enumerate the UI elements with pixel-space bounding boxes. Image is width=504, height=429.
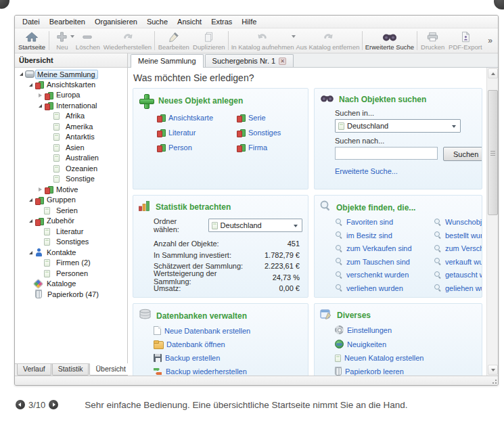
sidebar-tab-verlauf[interactable]: Verlauf [17,364,51,376]
tree-item-gruppen[interactable]: Gruppen [15,195,127,206]
menu-datei[interactable]: Datei [18,16,45,27]
toolbar-bearbeiten-button[interactable]: Bearbeiten [156,29,191,52]
sidebar-tab-statistik[interactable]: Statistik [52,364,89,376]
vertical-scrollbar[interactable] [486,68,498,376]
carousel-corner-button[interactable] [0,0,9,9]
tree-item-zubehoer[interactable]: Zubehör [15,216,127,227]
tree-item-kataloge[interactable]: Kataloge [15,279,127,290]
expander-closed-icon[interactable] [36,187,44,191]
sidebar-tab-uebersicht[interactable]: Übersicht [89,363,131,376]
find-getauscht-link[interactable]: getauscht wurden [434,271,482,279]
menu-organisieren[interactable]: Organisieren [90,16,142,27]
tree-item-literatur[interactable]: Literatur [15,227,127,238]
toolbar-startseite-button[interactable]: Startseite [16,29,47,52]
toolbar-drucken-button[interactable]: Drucken [419,29,446,52]
tree-item-motive[interactable]: Motive [15,185,127,196]
expander-open-icon[interactable] [17,72,25,76]
news-link[interactable]: Neuigkeiten [335,340,476,348]
tab-meine-sammlung[interactable]: Meine Sammlung [131,54,204,68]
next-slide-button[interactable] [49,400,58,409]
find-favoriten-link[interactable]: Favoriten sind [335,218,434,226]
advanced-search-link[interactable]: Erweiterte Suche... [335,167,476,175]
find-kuerzlich-gekauft-link[interactable]: kürzlich gekauft wurden [434,297,482,298]
toolbar-pdf-export-button[interactable]: PDF-Export [446,29,484,52]
close-icon[interactable]: ✕ [279,58,286,65]
toolbar-aus-katalog-button[interactable]: Aus Katalog entfernen [295,29,361,52]
tree-item-serien[interactable]: Serien [15,206,127,217]
create-ansichtskarte-link[interactable]: Ansichtskarte [156,114,236,122]
create-firma-link[interactable]: Firma [236,143,302,152]
trash-icon [35,290,42,298]
tree-item-kontakte[interactable]: Kontakte [15,248,127,258]
menu-bearbeiten[interactable]: Bearbeiten [45,16,90,27]
find-verliehen-link[interactable]: verliehen wurden [335,284,434,292]
stats-folder-select[interactable]: Deutschland [208,219,302,232]
find-verschenkt-link[interactable]: verschenkt wurden [335,271,434,279]
menu-suche[interactable]: Suche [142,16,173,27]
previous-slide-button[interactable] [16,400,25,409]
find-kuerzlich-angelegt-link[interactable]: kürzlich angelegt wurden [335,297,434,298]
toolbar-wiederherstellen-button[interactable]: Wiederherstellen [102,29,153,52]
menu-hilfe[interactable]: Hilfe [237,16,261,27]
empty-trash-link[interactable]: Papierkorb leeren [335,367,476,376]
tree-item-europa[interactable]: Europa [15,90,127,101]
card-icon [53,112,60,120]
tab-suchergebnis[interactable]: Suchergebnis Nr. 1✕ [205,54,294,67]
find-zum-verschenken-link[interactable]: zum Verschenken sind [434,244,482,252]
toolbar-erweiterte-suche-button[interactable]: Erweiterte Suche [364,29,415,52]
tree-item-australien[interactable]: Australien [15,153,127,164]
toolbar-neu-button[interactable]: Neu [51,29,74,52]
restore-backup-link[interactable]: Backup wiederherstellen [154,367,302,376]
tab-label: Meine Sammlung [138,57,196,65]
tree-item-personen[interactable]: Personen [15,269,127,279]
find-wunschobjekte-link[interactable]: Wunschobjekte sind [434,218,482,226]
tree-item-firmen[interactable]: Firmen (2) [15,258,127,269]
find-geliehen-link[interactable]: geliehen wurden [434,284,482,292]
find-zum-tauschen-link[interactable]: zum Tauschen sind [335,258,434,266]
expander-open-icon[interactable] [26,219,35,223]
find-zum-verkaufen-link[interactable]: zum Verkaufen sind [335,244,434,252]
toolbar-in-katalog-button[interactable]: In Katalog aufnehmen [230,29,295,52]
create-sonstiges-link[interactable]: Sonstiges [236,129,302,137]
toolbar-duplizieren-button[interactable]: Duplizieren [191,29,227,52]
tree-item-asien[interactable]: Asien [15,143,127,154]
scroll-up-icon[interactable] [488,68,498,78]
tree-item-sonstiges[interactable]: Sonstiges [15,237,127,248]
menu-extras[interactable]: Extras [206,16,237,27]
tree-item-antarktis[interactable]: Antarktis [15,132,127,143]
tree-item-sonstige[interactable]: Sonstige [15,174,127,185]
new-catalog-link[interactable]: Neuen Katalog erstellen [335,354,476,362]
create-serie-link[interactable]: Serie [236,114,302,122]
tree-item-ozeanien[interactable]: Ozeanien [15,164,127,175]
tree-item-papierkorb[interactable]: Papierkorb (47) [15,290,127,300]
scrollbar-thumb[interactable] [488,90,498,215]
expander-open-icon[interactable] [26,251,35,254]
create-backup-link[interactable]: Backup erstellen [154,354,302,362]
create-person-link[interactable]: Person [156,143,236,152]
expander-open-icon[interactable] [26,83,35,87]
toolbar-loeschen-button[interactable]: Löschen [74,29,102,52]
tree-item-international[interactable]: International [15,101,127,112]
find-im-besitz-link[interactable]: im Besitz sind [335,231,434,240]
new-database-link[interactable]: Neue Datenbank erstellen [154,326,302,335]
expander-open-icon[interactable] [36,104,44,108]
tree-item-ansichtskarten[interactable]: Ansichtskarten [15,80,127,91]
menu-ansicht[interactable]: Ansicht [173,16,206,27]
find-verkauft-link[interactable]: verkauft wurden [434,258,482,266]
expander-open-icon[interactable] [26,198,35,202]
find-bestellt-link[interactable]: bestellt wurden [434,231,482,240]
open-database-link[interactable]: Datenbank öffnen [154,340,302,348]
carousel-corner-button[interactable] [494,0,504,9]
scroll-down-icon[interactable] [488,365,498,375]
search-folder-select[interactable]: Deutschland [335,119,461,133]
search-input[interactable] [335,147,438,160]
create-literatur-link[interactable]: Literatur [156,129,236,137]
expander-closed-icon[interactable] [36,93,44,97]
tree-item-amerika[interactable]: Amerika [15,122,127,133]
settings-link[interactable]: Einstellungen [335,325,476,334]
resize-grip[interactable] [490,378,497,384]
tree-item-afrika[interactable]: Afrika [15,111,127,122]
search-button[interactable]: Suchen [443,147,482,161]
tree-item-meine-sammlung[interactable]: Meine Sammlung [15,69,127,80]
toolbar-overflow-chevron[interactable]: » [484,36,497,45]
